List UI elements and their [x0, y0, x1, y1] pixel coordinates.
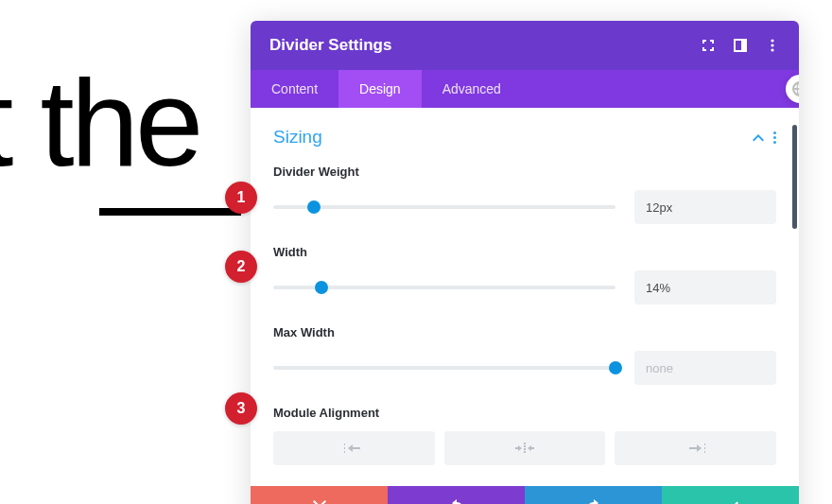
svg-rect-1 — [741, 40, 746, 51]
svg-point-3 — [771, 43, 773, 46]
confirm-button[interactable] — [662, 486, 799, 504]
svg-point-4 — [771, 48, 773, 51]
globe-icon[interactable] — [786, 75, 799, 103]
width-thumb[interactable] — [315, 281, 328, 294]
divider-weight-value[interactable]: 12px — [634, 190, 776, 224]
panel-body: Sizing Divider Weight 12px Width — [251, 108, 799, 486]
divider-weight-slider[interactable] — [273, 205, 615, 209]
label-alignment: Module Alignment — [273, 406, 776, 420]
divider-weight-thumb[interactable] — [307, 200, 321, 214]
section-head-controls — [753, 130, 776, 145]
align-right-button[interactable] — [615, 431, 776, 465]
label-divider-weight: Divider Weight — [273, 165, 776, 179]
callout-3: 3 — [225, 392, 257, 425]
snap-icon[interactable] — [733, 38, 748, 53]
panel-title: Divider Settings — [269, 36, 391, 55]
panel-footer — [251, 486, 799, 504]
section-title[interactable]: Sizing — [273, 127, 322, 148]
field-max-width: Max Width none — [273, 325, 776, 385]
label-width: Width — [273, 245, 776, 259]
expand-icon[interactable] — [701, 38, 716, 53]
tab-design[interactable]: Design — [338, 70, 422, 108]
header-icons — [701, 38, 780, 53]
callout-1: 1 — [225, 182, 257, 214]
svg-rect-5 — [344, 443, 345, 445]
panel-header: Divider Settings — [251, 21, 799, 70]
max-width-value[interactable]: none — [634, 351, 776, 385]
svg-rect-11 — [524, 451, 526, 453]
settings-panel: Divider Settings Content Design Advanced… — [251, 21, 799, 504]
svg-rect-14 — [704, 451, 705, 453]
section-menu-dots-icon[interactable] — [773, 131, 776, 144]
svg-rect-13 — [704, 447, 705, 449]
alignment-row — [273, 431, 776, 465]
slider-row: none — [273, 351, 776, 385]
chevron-up-icon[interactable] — [753, 130, 764, 145]
background-heading: et the — [0, 52, 199, 194]
undo-button[interactable] — [388, 486, 525, 504]
field-alignment: Module Alignment — [273, 406, 776, 465]
menu-dots-icon[interactable] — [765, 38, 780, 53]
align-left-button[interactable] — [273, 431, 435, 465]
field-width: Width 14% — [273, 245, 776, 304]
svg-rect-6 — [344, 447, 345, 449]
svg-rect-12 — [704, 443, 705, 445]
field-divider-weight: Divider Weight 12px — [273, 165, 776, 224]
svg-rect-7 — [344, 451, 345, 453]
background-divider — [99, 208, 241, 216]
section-head: Sizing — [273, 127, 776, 148]
tab-advanced[interactable]: Advanced — [422, 70, 522, 108]
width-slider[interactable] — [273, 286, 615, 289]
tab-content[interactable]: Content — [251, 70, 338, 108]
width-value[interactable]: 14% — [634, 270, 776, 304]
tabs: Content Design Advanced — [251, 70, 799, 108]
svg-point-2 — [771, 39, 773, 42]
redo-button[interactable] — [525, 486, 662, 504]
slider-row: 14% — [273, 270, 776, 304]
cancel-button[interactable] — [251, 486, 388, 504]
svg-rect-8 — [524, 443, 526, 444]
align-center-button[interactable] — [444, 431, 606, 465]
svg-rect-10 — [524, 448, 526, 450]
slider-row: 12px — [273, 190, 776, 224]
max-width-thumb[interactable] — [609, 361, 622, 374]
label-max-width: Max Width — [273, 325, 776, 339]
max-width-slider[interactable] — [273, 366, 615, 370]
callout-2: 2 — [225, 251, 257, 283]
svg-rect-9 — [524, 445, 526, 447]
